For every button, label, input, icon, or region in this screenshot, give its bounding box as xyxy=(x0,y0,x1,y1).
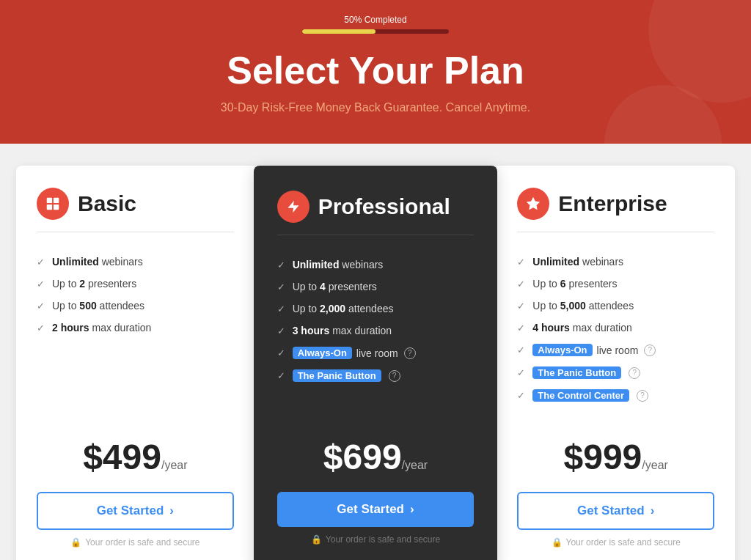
enterprise-always-on-text: live room xyxy=(597,345,639,356)
basic-cta-button[interactable]: Get Started › xyxy=(37,492,234,530)
enterprise-panic-qmark[interactable]: ? xyxy=(629,367,640,379)
professional-cta-button[interactable]: Get Started › xyxy=(277,492,475,527)
enterprise-control-feature: The Control Center ? xyxy=(532,389,648,402)
basic-plan-icon xyxy=(37,188,69,220)
feature-text: 4 hours max duration xyxy=(532,322,631,334)
list-item: ✓ The Panic Button ? xyxy=(517,366,714,379)
plan-card-basic: Basic ✓Unlimited webinars ✓Up to 2 prese… xyxy=(16,166,254,560)
check-icon: ✓ xyxy=(517,257,525,268)
basic-plan-name: Basic xyxy=(78,191,136,216)
progress-bar-background xyxy=(302,29,449,34)
panic-button-feature: The Panic Button ? xyxy=(293,369,400,382)
enterprise-control-badge: The Control Center xyxy=(532,389,629,402)
check-icon: ✓ xyxy=(277,281,285,292)
enterprise-always-on-qmark[interactable]: ? xyxy=(644,345,656,356)
chevron-right-icon: › xyxy=(651,504,655,518)
feature-text: Up to 5,000 attendees xyxy=(532,300,634,312)
check-icon: ✓ xyxy=(517,345,525,355)
feature-text: Up to 6 presenters xyxy=(532,278,617,290)
chevron-right-icon: › xyxy=(169,504,174,518)
list-item: ✓4 hours max duration xyxy=(517,322,714,334)
check-icon: ✓ xyxy=(37,279,45,290)
professional-secure-text: 🔒 Your order is safe and secure xyxy=(277,534,475,545)
enterprise-secure-label: Your order is safe and secure xyxy=(566,537,681,548)
professional-secure-label: Your order is safe and secure xyxy=(326,534,440,545)
plans-container: Basic ✓Unlimited webinars ✓Up to 2 prese… xyxy=(1,144,750,560)
feature-text: Unlimited webinars xyxy=(52,256,143,268)
enterprise-panic-feature: The Panic Button ? xyxy=(532,366,640,379)
check-icon: ✓ xyxy=(277,347,285,358)
enterprise-panic-badge: The Panic Button xyxy=(532,366,621,379)
enterprise-always-on-feature: Always-On live room ? xyxy=(532,344,656,356)
enterprise-plan-icon xyxy=(517,188,549,220)
basic-secure-label: Your order is safe and secure xyxy=(85,537,199,548)
list-item: ✓Up to 2 presenters xyxy=(37,278,234,290)
feature-text: 2 hours max duration xyxy=(52,322,151,334)
svg-marker-4 xyxy=(287,201,298,213)
always-on-qmark[interactable]: ? xyxy=(404,347,416,359)
list-item: ✓ The Control Center ? xyxy=(517,389,714,402)
enterprise-price: $999 xyxy=(564,438,642,476)
enterprise-always-on-badge: Always-On xyxy=(532,344,592,356)
list-item: ✓3 hours max duration xyxy=(277,325,475,336)
feature-text: Up to 500 attendees xyxy=(52,300,144,312)
check-icon: ✓ xyxy=(517,279,525,290)
list-item: ✓Up to 500 attendees xyxy=(37,300,234,312)
check-icon: ✓ xyxy=(517,390,525,401)
feature-text: 3 hours max duration xyxy=(293,325,392,336)
basic-cta-label: Get Started xyxy=(97,504,164,518)
feature-text: Unlimited webinars xyxy=(532,256,623,268)
check-icon: ✓ xyxy=(277,303,285,314)
svg-rect-3 xyxy=(54,205,59,210)
header-subtitle: 30-Day Risk-Free Money Back Guarantee. C… xyxy=(0,101,751,114)
lock-icon: 🔒 xyxy=(311,534,322,545)
feature-text: Up to 2,000 attendees xyxy=(293,303,394,314)
check-icon: ✓ xyxy=(517,367,525,378)
progress-label: 50% Completed xyxy=(344,15,406,25)
list-item: ✓2 hours max duration xyxy=(37,322,234,334)
plan-card-professional: Professional ✓Unlimited webinars ✓Up to … xyxy=(254,166,498,560)
list-item: ✓ Always-On live room ? xyxy=(277,347,475,359)
list-item: ✓Unlimited webinars xyxy=(37,256,234,268)
professional-plan-icon xyxy=(277,191,309,223)
plan-card-enterprise: Enterprise ✓Unlimited webinars ✓Up to 6 … xyxy=(497,166,735,560)
lock-icon: 🔒 xyxy=(552,537,563,548)
list-item: ✓Unlimited webinars xyxy=(517,256,714,268)
enterprise-plan-name: Enterprise xyxy=(558,191,667,216)
check-icon: ✓ xyxy=(517,323,525,334)
page-title: Select Your Plan xyxy=(0,48,751,92)
list-item: ✓Unlimited webinars xyxy=(277,259,475,270)
enterprise-control-qmark[interactable]: ? xyxy=(637,390,648,402)
professional-period: /year xyxy=(402,459,428,471)
basic-price-section: $499/year xyxy=(37,437,234,477)
check-icon: ✓ xyxy=(37,323,45,334)
always-on-text: live room xyxy=(356,347,398,359)
plan-header-enterprise: Enterprise xyxy=(517,188,714,232)
list-item: ✓ Always-On live room ? xyxy=(517,344,714,356)
lock-icon: 🔒 xyxy=(70,537,81,548)
panic-button-qmark[interactable]: ? xyxy=(389,370,400,382)
feature-text: Up to 2 presenters xyxy=(52,278,136,290)
svg-rect-2 xyxy=(47,205,52,210)
enterprise-period: /year xyxy=(642,459,668,471)
progress-bar-fill xyxy=(302,29,376,34)
check-icon: ✓ xyxy=(37,301,45,312)
svg-rect-1 xyxy=(54,198,59,203)
enterprise-cta-button[interactable]: Get Started › xyxy=(517,492,714,530)
basic-features-list: ✓Unlimited webinars ✓Up to 2 presenters … xyxy=(37,256,234,412)
check-icon: ✓ xyxy=(277,325,285,336)
plan-header-professional: Professional xyxy=(277,191,475,235)
list-item: ✓Up to 2,000 attendees xyxy=(277,303,475,314)
enterprise-secure-text: 🔒 Your order is safe and secure xyxy=(517,537,714,548)
professional-features-list: ✓Unlimited webinars ✓Up to 4 presenters … xyxy=(277,259,475,412)
chevron-right-icon: › xyxy=(410,502,414,517)
always-on-feature: Always-On live room ? xyxy=(293,347,416,359)
list-item: ✓Up to 5,000 attendees xyxy=(517,300,714,312)
check-icon: ✓ xyxy=(277,370,285,381)
page-header: 50% Completed Select Your Plan 30-Day Ri… xyxy=(0,0,751,144)
check-icon: ✓ xyxy=(277,259,285,270)
check-icon: ✓ xyxy=(517,301,525,312)
enterprise-price-section: $999/year xyxy=(517,437,714,477)
feature-text: Up to 4 presenters xyxy=(293,281,377,292)
professional-plan-name: Professional xyxy=(318,194,450,219)
